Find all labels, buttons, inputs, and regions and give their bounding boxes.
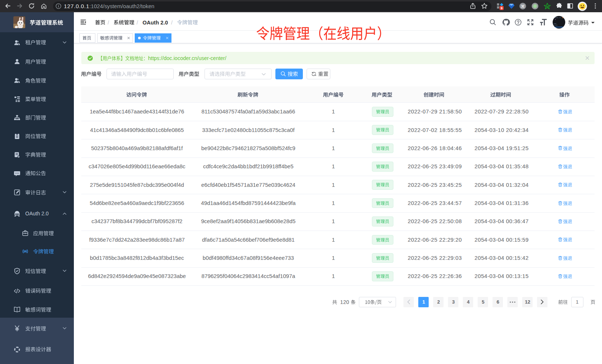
svg-text:9: 9: [501, 6, 503, 10]
svg-text:⌘: ⌘: [521, 4, 525, 9]
